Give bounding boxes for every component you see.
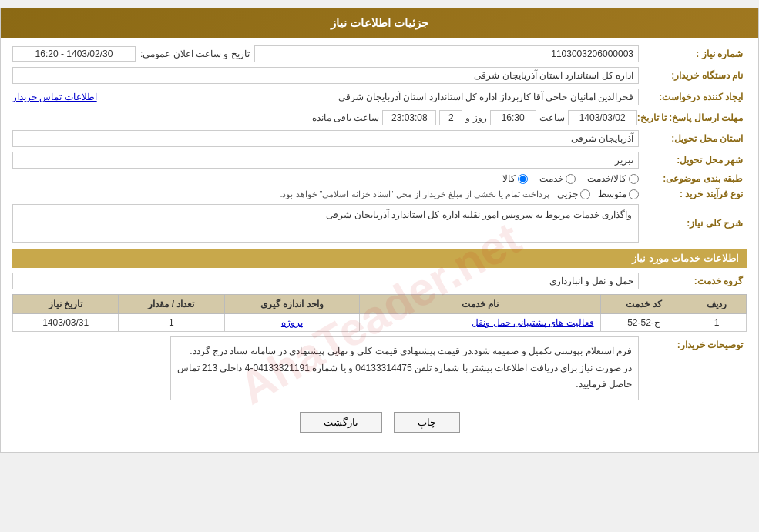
buyer-notes-line2: در صورت نیاز برای دریافت اطلاعات بیشتر ب… bbox=[177, 363, 632, 373]
buyer-notes-line1: فرم استعلام بپوستی تکمیل و ضمیمه شود.در … bbox=[190, 346, 632, 356]
purchase-type-group: متوسط جزیی پرداخت تمام یا بخشی از مبلغ خ… bbox=[12, 189, 639, 199]
category-option-kala[interactable]: کالا bbox=[502, 173, 528, 184]
cell-row-num: 1 bbox=[687, 314, 747, 332]
category-label: طبقه بندی موضوعی: bbox=[639, 173, 747, 184]
creator-label: ایجاد کننده درخواست: bbox=[639, 92, 747, 102]
buyer-name-label: نام دستگاه خریدار: bbox=[639, 70, 747, 81]
col-unit: واحد اندازه گیری bbox=[224, 295, 360, 314]
col-date: تاریخ نیاز bbox=[13, 295, 119, 314]
delivery-city-label: شهر محل تحویل: bbox=[639, 155, 747, 166]
response-deadline-row: مهلت ارسال پاسخ: تا تاریخ: 1403/03/02 سا… bbox=[12, 110, 747, 125]
services-table-container: AhaTeader.net ردیف کد خدمت نام خدمت واحد… bbox=[12, 294, 747, 332]
creator-row: ایجاد کننده درخواست: فخرالدین امانیان حا… bbox=[12, 89, 747, 105]
need-description-label: شرح کلی نیاز: bbox=[639, 218, 747, 229]
purchase-type-radio-jozi[interactable] bbox=[580, 189, 590, 199]
need-number-row: شماره نیاز : 1103003206000003 تاریخ و سا… bbox=[12, 45, 747, 62]
cell-quantity: 1 bbox=[119, 314, 224, 332]
response-remaining-label: ساعت باقی مانده bbox=[312, 112, 380, 123]
delivery-province-value: آذربایجان شرقی bbox=[12, 130, 639, 147]
category-label-khedmat: خدمت bbox=[539, 173, 563, 184]
col-service-name: نام خدمت bbox=[360, 295, 600, 314]
delivery-city-row: شهر محل تحویل: تبریز bbox=[12, 152, 747, 169]
response-time-label: ساعت bbox=[539, 112, 565, 123]
category-radio-group: کالا/خدمت خدمت کالا bbox=[12, 173, 639, 184]
page-header: جزئیات اطلاعات نیاز bbox=[1, 8, 758, 38]
service-group-row: گروه خدمت: حمل و نقل و انبارداری bbox=[12, 273, 747, 289]
cell-date: 1403/03/31 bbox=[13, 314, 119, 332]
purchase-type-option-jozi[interactable]: جزیی bbox=[557, 189, 590, 199]
buttons-row: چاپ بازگشت bbox=[12, 412, 747, 433]
category-option-kala-khedmat[interactable]: کالا/خدمت bbox=[587, 173, 639, 184]
delivery-province-row: استان محل تحویل: آذربایجان شرقی bbox=[12, 130, 747, 147]
service-group-label: گروه خدمت: bbox=[639, 276, 747, 286]
content-area: شماره نیاز : 1103003206000003 تاریخ و سا… bbox=[1, 38, 758, 452]
category-radio-khedmat[interactable] bbox=[566, 174, 576, 184]
buyer-notes-row: توصیحات خریدار: فرم استعلام بپوستی تکمیل… bbox=[12, 336, 747, 400]
col-row-num: ردیف bbox=[687, 295, 747, 314]
cell-service-name[interactable]: فعالیت های پشتیبانی حمل ونقل bbox=[360, 314, 600, 332]
need-number-value: 1103003206000003 bbox=[254, 45, 639, 62]
category-option-khedmat[interactable]: خدمت bbox=[539, 173, 576, 184]
category-label-kala: کالا bbox=[502, 173, 516, 184]
buyer-name-value: اداره کل استاندارد استان آذربایجان شرقی bbox=[12, 67, 639, 84]
need-number-group: 1103003206000003 تاریخ و ساعت اعلان عموم… bbox=[12, 45, 639, 62]
print-button[interactable]: چاپ bbox=[394, 412, 460, 433]
cell-unit: پروژه bbox=[224, 314, 360, 332]
buyer-notes-label: توصیحات خریدار: bbox=[639, 336, 747, 350]
creator-value: فخرالدین امانیان حاجی آقا کاربرداز اداره… bbox=[102, 89, 639, 105]
response-date: 1403/03/02 bbox=[568, 110, 637, 125]
category-row: طبقه بندی موضوعی: کالا/خدمت خدمت کالا bbox=[12, 173, 747, 184]
category-label-kala-khedmat: کالا/خدمت bbox=[587, 173, 626, 184]
services-table: ردیف کد خدمت نام خدمت واحد اندازه گیری ت… bbox=[12, 294, 747, 332]
purchase-type-row: نوع فرآیند خرید : متوسط جزیی پرداخت تمام… bbox=[12, 189, 747, 199]
purchase-type-text: پرداخت تمام یا بخشی از مبلغ خریدار از مح… bbox=[280, 189, 549, 199]
delivery-province-label: استان محل تحویل: bbox=[639, 133, 747, 144]
purchase-type-radio-mutavasset[interactable] bbox=[629, 189, 639, 199]
announcement-date-label: تاریخ و ساعت اعلان عمومی: bbox=[140, 49, 250, 59]
contact-info-link[interactable]: اطلاعات تماس خریدار bbox=[12, 92, 97, 102]
delivery-city-value: تبریز bbox=[12, 152, 639, 169]
col-service-code: کد خدمت bbox=[600, 295, 687, 314]
purchase-type-label: نوع فرآیند خرید : bbox=[639, 189, 747, 199]
response-date-group: 1403/03/02 ساعت 16:30 روز و 2 23:03:08 س… bbox=[12, 110, 637, 125]
category-radio-kala[interactable] bbox=[518, 174, 528, 184]
creator-group: فخرالدین امانیان حاجی آقا کاربرداز اداره… bbox=[12, 89, 639, 105]
cell-service-code: ح-52-52 bbox=[600, 314, 687, 332]
need-description-row: شرح کلی نیاز: واگذاری خدمات مربوط به سرو… bbox=[12, 204, 747, 243]
buyer-notes-line3: حاصل فرمایید. bbox=[576, 379, 632, 390]
service-group-value: حمل و نقل و انبارداری bbox=[12, 273, 639, 289]
services-section-header: اطلاعات خدمات مورد نیاز bbox=[12, 249, 747, 268]
purchase-type-label-jozi: جزیی bbox=[557, 189, 578, 199]
table-row: 1 ح-52-52 فعالیت های پشتیبانی حمل ونقل پ… bbox=[13, 314, 747, 332]
col-quantity: تعداد / مقدار bbox=[119, 295, 224, 314]
response-remaining: 23:03:08 bbox=[382, 110, 436, 125]
response-deadline-label: مهلت ارسال پاسخ: تا تاریخ: bbox=[637, 112, 747, 123]
need-number-label: شماره نیاز : bbox=[639, 49, 747, 59]
page-title: جزئیات اطلاعات نیاز bbox=[331, 16, 428, 29]
category-radio-kala-khedmat[interactable] bbox=[629, 174, 639, 184]
response-time: 16:30 bbox=[490, 110, 536, 125]
back-button[interactable]: بازگشت bbox=[300, 412, 382, 433]
buyer-name-row: نام دستگاه خریدار: اداره کل استاندارد اس… bbox=[12, 67, 747, 84]
need-description-value: واگذاری خدمات مربوط به سرویس امور نقلیه … bbox=[12, 204, 639, 243]
announcement-date-value: 1403/02/30 - 16:20 bbox=[12, 46, 136, 62]
response-days-label: روز و bbox=[465, 112, 486, 123]
response-days: 2 bbox=[439, 110, 462, 125]
purchase-type-option-mutavasset[interactable]: متوسط bbox=[598, 189, 639, 199]
purchase-type-label-mutavasset: متوسط bbox=[598, 189, 626, 199]
page-container: جزئیات اطلاعات نیاز شماره نیاز : 1103003… bbox=[0, 8, 759, 453]
buyer-notes-content: فرم استعلام بپوستی تکمیل و ضمیمه شود.در … bbox=[170, 336, 639, 400]
